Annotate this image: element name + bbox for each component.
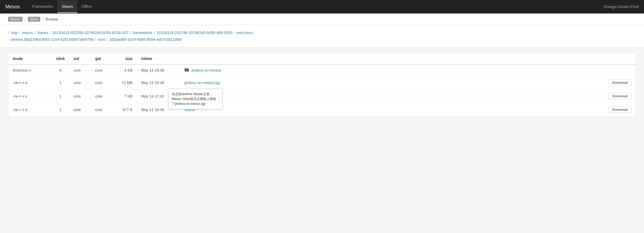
table-row: -rw-r--r-x 1 core core 72 MB May 12 16:4…	[8, 76, 636, 89]
tooltip-text: 在启动Jenkins Master之前，Mesos Slave首先从网络上获取了…	[172, 92, 216, 106]
cell-nlink: 1	[52, 89, 69, 103]
cell-name: stderr	[180, 89, 603, 103]
cell-uid: core	[69, 76, 91, 89]
th-uid: uid	[69, 53, 91, 64]
cell-action-empty	[603, 64, 636, 76]
download-button-tgz[interactable]: Download	[609, 79, 631, 86]
cell-name: jenkins-on-mesos.tgz 在启动Jenkins Master之前…	[180, 76, 603, 89]
cluster-name: Omega-Cluster-Prod	[604, 5, 639, 9]
folder-icon	[185, 68, 189, 72]
nav-slaves[interactable]: Slaves	[57, 1, 77, 13]
file-link-stdout[interactable]: stdout	[185, 108, 599, 112]
breadcrumb-sep-1: /	[25, 17, 26, 21]
breadcrumb-sep-2: /	[42, 17, 44, 21]
path-frameworks[interactable]: frameworks	[133, 31, 152, 35]
th-gid: gid	[91, 53, 113, 64]
cell-uid: core	[69, 64, 91, 76]
table-row: -rw-r--r-x 1 core core 877 B May 12 16:4…	[8, 103, 636, 117]
cell-size: 7 KB	[113, 89, 137, 103]
cell-nlink: 9	[52, 64, 69, 76]
cell-uid: core	[69, 89, 91, 103]
cell-gid: core	[91, 64, 113, 76]
cell-gid: core	[91, 103, 113, 117]
th-mtime: mtime	[137, 53, 180, 64]
master-badge[interactable]: Master	[8, 17, 22, 22]
cell-name: stdout	[180, 103, 603, 117]
download-button-stderr[interactable]: Download	[609, 93, 631, 99]
th-action	[603, 53, 636, 64]
path-run-id[interactable]: 2d2ea469-32c9-4b85-9594-aeb7c5b1106d	[109, 37, 181, 42]
table-row: drwxrwxr-x 9 core core 4 KB May 14 18:48…	[8, 64, 636, 76]
file-link-tgz[interactable]: jenkins-on-mesos.tgz	[185, 81, 220, 85]
cell-nlink: 1	[52, 76, 69, 89]
cell-mtime: May 12 16:49	[137, 76, 180, 89]
table-row: -rw-r--r-x 1 core core 7 KB May 14 17:43…	[8, 89, 636, 103]
file-table: mode nlink uid gid size mtime drwxrwxr-x…	[8, 53, 636, 116]
slave-badge[interactable]: Slave	[28, 17, 40, 22]
cell-uid: core	[69, 103, 91, 117]
navbar: Mesos Frameworks Slaves Offers Omega-Clu…	[0, 0, 644, 14]
cell-size: 72 MB	[113, 76, 137, 89]
cell-name: jenkins-on-mesos	[180, 64, 603, 76]
file-link-folder[interactable]: jenkins-on-mesos	[185, 68, 599, 72]
th-mode: mode	[8, 53, 52, 64]
th-nlink: nlink	[52, 53, 69, 64]
cell-action: Download	[603, 103, 636, 117]
path-slave-id[interactable]: 20150415-022556-33794240-5050-8159-S37	[52, 31, 129, 35]
cell-gid: core	[91, 89, 113, 103]
table-header-row: mode nlink uid gid size mtime	[8, 53, 636, 64]
breadcrumb-page: Browse	[46, 17, 58, 21]
th-size: size	[113, 53, 137, 64]
nav-frameworks[interactable]: Frameworks	[28, 1, 57, 13]
path-mesos[interactable]: mesos	[22, 31, 33, 35]
th-name	[180, 53, 603, 64]
brand-link[interactable]: Mesos	[5, 4, 20, 10]
top-breadcrumb: Master / Slave / Browse	[0, 14, 644, 25]
nav-links: Frameworks Slaves Offers	[28, 1, 96, 13]
cell-mtime: May 14 18:48	[137, 64, 180, 76]
path-breadcrumb: / tmp / mesos / slaves / 20150415-022556…	[0, 25, 644, 48]
cell-mode: -rw-r--r-x	[8, 103, 52, 117]
cell-action: Download	[603, 89, 636, 103]
path-executors[interactable]: executors	[237, 31, 253, 35]
cell-mode: -rw-r--r-x	[8, 76, 52, 89]
file-table-container: mode nlink uid gid size mtime drwxrwxr-x…	[8, 53, 636, 117]
file-link-stderr[interactable]: stderr	[185, 94, 599, 98]
cell-gid: core	[91, 76, 113, 89]
path-runs[interactable]: runs	[98, 37, 105, 42]
path-tmp[interactable]: tmp	[11, 31, 18, 35]
cell-size: 877 B	[113, 103, 137, 117]
download-button-stdout[interactable]: Download	[609, 106, 631, 113]
nav-offers[interactable]: Offers	[77, 1, 96, 13]
path-framework-id[interactable]: 20150319-231746-33794240-5050-968-0000	[157, 31, 232, 35]
tooltip-box: 在启动Jenkins Master之前，Mesos Slave首先从网络上获取了…	[168, 89, 222, 109]
cell-size: 4 KB	[113, 64, 137, 76]
cell-action: Download	[603, 76, 636, 89]
tooltip-container: jenkins-on-mesos.tgz 在启动Jenkins Master之前…	[185, 81, 220, 85]
path-slaves[interactable]: slaves	[37, 31, 48, 35]
cell-mode: -rw-r--r-x	[8, 89, 52, 103]
cell-nlink: 1	[52, 103, 69, 117]
path-executor-id[interactable]: jenkins.9bd159ba-f883-11e4-b2f3-56847afe…	[11, 37, 94, 42]
cell-mode: drwxrwxr-x	[8, 64, 52, 76]
